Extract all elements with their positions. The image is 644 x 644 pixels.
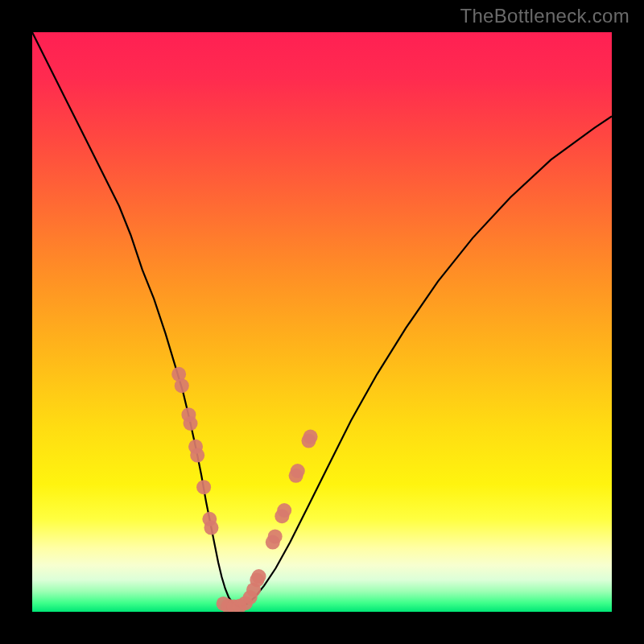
data-marker	[204, 521, 218, 535]
data-marker	[190, 448, 204, 463]
data-marker	[175, 378, 189, 393]
data-marker	[252, 569, 266, 584]
data-marker	[303, 430, 318, 444]
data-marker	[246, 583, 261, 597]
data-marker	[268, 529, 283, 543]
data-marker	[184, 416, 198, 431]
bottleneck-chart	[32, 32, 612, 612]
gradient-background	[32, 32, 612, 612]
watermark-text: TheBottleneck.com	[460, 5, 630, 27]
chart-frame: TheBottleneck.com	[0, 0, 644, 644]
data-marker	[196, 480, 211, 494]
data-marker	[291, 464, 305, 478]
data-marker	[277, 503, 291, 518]
